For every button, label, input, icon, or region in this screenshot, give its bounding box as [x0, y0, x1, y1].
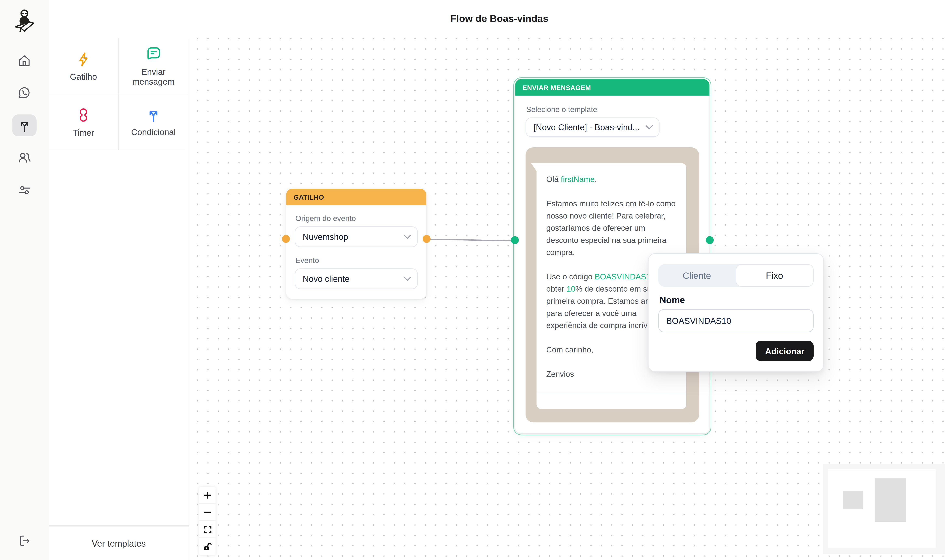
sidebar-item-whatsapp[interactable] — [12, 82, 37, 104]
palette-item-label: Timer — [68, 128, 99, 138]
palette-item-label: Condicional — [126, 127, 181, 137]
palette-item-timer[interactable]: Timer — [49, 94, 119, 150]
contacts-icon — [17, 150, 32, 165]
palette-item-label: Enviar mensagem — [119, 67, 188, 86]
trigger-node-header: GATILHO — [286, 189, 426, 205]
origem-do-evento-select[interactable]: Nuvemshop — [295, 226, 418, 247]
sidebar-item-settings[interactable] — [12, 179, 37, 201]
minus-icon — [203, 508, 212, 517]
node-palette: Gatilho Enviar mensagem Timer — [49, 38, 189, 560]
variable-type-tabs: Cliente Fixo — [658, 264, 814, 287]
tab-fixo[interactable]: Fixo — [736, 264, 814, 287]
minimap-trigger-node — [843, 491, 863, 509]
sidebar-item-flows[interactable] — [12, 114, 37, 136]
evento-select[interactable]: Novo cliente — [295, 268, 418, 289]
palette-item-condicional[interactable]: Condicional — [119, 94, 188, 150]
palette-item-enviar-mensagem[interactable]: Enviar mensagem — [119, 38, 188, 94]
palette-item-label: Gatilho — [65, 72, 102, 82]
flow-canvas[interactable]: GATILHO Origem do evento Nuvemshop Event… — [189, 38, 950, 560]
field-label: Evento — [296, 256, 418, 265]
variable-popup: Cliente Fixo Nome Adicionar — [648, 253, 824, 372]
nome-input[interactable] — [658, 309, 814, 332]
template-select[interactable]: [Novo Cliente] - Boas-vind... — [525, 117, 659, 137]
chevron-down-icon — [404, 276, 411, 281]
zoom-out-button[interactable] — [199, 504, 216, 521]
select-value: Novo cliente — [303, 274, 350, 284]
trigger-output-handle[interactable] — [423, 235, 431, 243]
field-label: Origem do evento — [296, 214, 418, 223]
fit-view-button[interactable] — [199, 521, 216, 538]
logout-icon — [17, 534, 31, 548]
bubble-footer — [546, 393, 677, 409]
flow-split-icon — [17, 118, 31, 132]
minimap-viewport — [828, 469, 936, 548]
select-value: Nuvemshop — [303, 232, 348, 242]
settings-sliders-icon — [17, 183, 32, 197]
message-output-handle[interactable] — [706, 236, 714, 244]
tab-cliente[interactable]: Cliente — [658, 264, 736, 287]
trigger-input-handle[interactable] — [282, 235, 290, 243]
app-logo — [13, 7, 36, 34]
chevron-down-icon — [645, 125, 653, 130]
field-label: Selecione o template — [526, 105, 699, 114]
ver-templates-button[interactable]: Ver templates — [49, 525, 189, 560]
select-value: [Novo Cliente] - Boas-vind... — [533, 122, 640, 132]
palette-item-gatilho[interactable]: Gatilho — [49, 38, 119, 94]
sidebar-item-contacts[interactable] — [12, 147, 37, 169]
fit-view-icon — [203, 525, 212, 534]
trigger-node[interactable]: GATILHO Origem do evento Nuvemshop Event… — [286, 189, 426, 299]
minimap-message-node — [875, 478, 906, 522]
minimap[interactable] — [823, 464, 945, 554]
nome-label: Nome — [659, 295, 814, 305]
split-arrows-icon — [146, 107, 162, 123]
adicionar-button[interactable]: Adicionar — [756, 341, 814, 361]
message-node-header: ENVIAR MENSAGEM — [515, 79, 710, 95]
lightning-icon — [75, 51, 92, 68]
unlock-icon — [203, 542, 212, 551]
icon-sidebar — [0, 0, 49, 560]
canvas-controls — [199, 487, 216, 555]
zoom-in-button[interactable] — [199, 487, 216, 504]
hourglass-icon — [75, 106, 91, 123]
chevron-down-icon — [404, 234, 411, 239]
whatsapp-icon — [17, 86, 32, 100]
app-window: Flow de Boas-vindas Gatilho Enviar mensa… — [0, 0, 950, 560]
sidebar-item-logout[interactable] — [12, 529, 37, 551]
home-icon — [17, 54, 32, 68]
message-input-handle[interactable] — [511, 236, 519, 244]
page-title: Flow de Boas-vindas — [450, 13, 548, 25]
monk-on-paper-plane-icon — [13, 8, 36, 34]
lock-button[interactable] — [199, 538, 216, 555]
chat-bubble-icon — [145, 46, 162, 63]
plus-icon — [203, 491, 212, 500]
sidebar-item-home[interactable] — [12, 50, 37, 72]
top-bar: Flow de Boas-vindas — [49, 0, 950, 38]
